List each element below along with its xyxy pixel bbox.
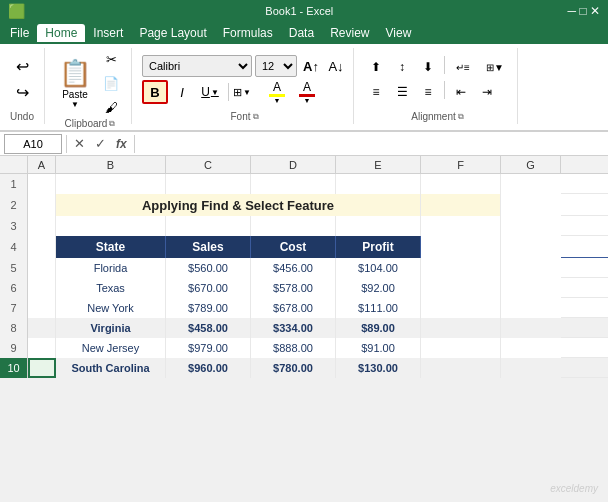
cell-a3[interactable] <box>28 216 56 236</box>
cell-c8[interactable]: $458.00 <box>166 318 251 338</box>
menu-item-file[interactable]: File <box>2 24 37 42</box>
cell-d3[interactable] <box>251 216 336 236</box>
font-shrink-button[interactable]: A↓ <box>325 55 347 77</box>
cancel-formula-icon[interactable]: ✕ <box>71 136 88 151</box>
italic-button[interactable]: I <box>170 80 194 104</box>
row-num-8[interactable]: 8 <box>0 318 28 338</box>
menu-item-formulas[interactable]: Formulas <box>215 24 281 42</box>
cell-a1[interactable] <box>28 174 56 194</box>
cut-button[interactable]: ✂ <box>97 48 125 70</box>
cell-a7[interactable] <box>28 298 56 318</box>
cell-g9[interactable] <box>501 338 561 358</box>
row-num-6[interactable]: 6 <box>0 278 28 298</box>
cell-e6[interactable]: $92.00 <box>336 278 421 298</box>
cell-a2[interactable] <box>28 194 56 216</box>
cell-d6[interactable]: $578.00 <box>251 278 336 298</box>
bold-button[interactable]: B <box>142 80 168 104</box>
insert-function-button[interactable]: fx <box>113 137 130 151</box>
decrease-indent-button[interactable]: ⇤ <box>449 81 473 103</box>
redo-button[interactable]: ↪ <box>6 81 38 105</box>
cell-b7[interactable]: New York <box>56 298 166 318</box>
cell-e9[interactable]: $91.00 <box>336 338 421 358</box>
row-num-7[interactable]: 7 <box>0 298 28 318</box>
cell-d7[interactable]: $678.00 <box>251 298 336 318</box>
cell-a5[interactable] <box>28 258 56 278</box>
underline-button[interactable]: U▼ <box>196 80 224 104</box>
row-num-2[interactable]: 2 <box>0 194 28 216</box>
align-right-button[interactable]: ≡ <box>416 81 440 103</box>
cell-f6[interactable] <box>421 278 501 298</box>
cell-a4[interactable] <box>28 236 56 258</box>
cell-c3[interactable] <box>166 216 251 236</box>
borders-button[interactable]: ⊞▼ <box>233 80 261 104</box>
alignment-expand-icon[interactable]: ⧉ <box>458 112 464 122</box>
cell-g6[interactable] <box>501 278 561 298</box>
cell-g7[interactable] <box>501 298 561 318</box>
align-bottom-button[interactable]: ⬇ <box>416 56 440 78</box>
cell-e1[interactable] <box>336 174 421 194</box>
cell-g4[interactable] <box>501 236 561 258</box>
undo-button[interactable]: ↩ <box>6 55 38 79</box>
cell-b3[interactable] <box>56 216 166 236</box>
align-left-button[interactable]: ≡ <box>364 81 388 103</box>
col-header-c[interactable]: C <box>166 156 251 174</box>
menu-item-data[interactable]: Data <box>281 24 322 42</box>
cell-g3[interactable] <box>501 216 561 236</box>
cell-b8[interactable]: Virginia <box>56 318 166 338</box>
row-num-3[interactable]: 3 <box>0 216 28 236</box>
cell-f7[interactable] <box>421 298 501 318</box>
cell-e10[interactable]: $130.00 <box>336 358 421 378</box>
cell-b2-title[interactable]: Applying Find & Select Feature <box>56 194 421 216</box>
font-color-button[interactable]: A ▼ <box>293 80 321 104</box>
paste-button[interactable]: 📋 Paste ▼ <box>55 54 95 113</box>
col-header-d[interactable]: D <box>251 156 336 174</box>
align-top-button[interactable]: ⬆ <box>364 56 388 78</box>
wrap-text-button[interactable]: ↵≡ <box>449 56 477 78</box>
cell-b9[interactable]: New Jersey <box>56 338 166 358</box>
cell-c9[interactable]: $979.00 <box>166 338 251 358</box>
cell-c10[interactable]: $960.00 <box>166 358 251 378</box>
row-num-10[interactable]: 10 <box>0 358 28 378</box>
cell-f1[interactable] <box>421 174 501 194</box>
cell-g8[interactable] <box>501 318 561 338</box>
col-header-e[interactable]: E <box>336 156 421 174</box>
merge-button[interactable]: ⊞▼ <box>479 56 511 78</box>
menu-item-review[interactable]: Review <box>322 24 377 42</box>
confirm-formula-icon[interactable]: ✓ <box>92 136 109 151</box>
align-center-button[interactable]: ☰ <box>390 81 414 103</box>
increase-indent-button[interactable]: ⇥ <box>475 81 499 103</box>
cell-a6[interactable] <box>28 278 56 298</box>
cell-e5[interactable]: $104.00 <box>336 258 421 278</box>
formula-input[interactable] <box>139 138 604 150</box>
cell-d1[interactable] <box>251 174 336 194</box>
font-expand-icon[interactable]: ⧉ <box>253 112 259 122</box>
col-header-b[interactable]: B <box>56 156 166 174</box>
fill-color-button[interactable]: A ▼ <box>263 80 291 104</box>
cell-b10[interactable]: South Carolina <box>56 358 166 378</box>
cell-g5[interactable] <box>501 258 561 278</box>
format-painter-button[interactable]: 🖌 <box>97 96 125 118</box>
menu-item-insert[interactable]: Insert <box>85 24 131 42</box>
cell-f5[interactable] <box>421 258 501 278</box>
clipboard-expand-icon[interactable]: ⧉ <box>109 119 115 129</box>
window-controls[interactable]: ─ □ ✕ <box>568 4 600 18</box>
cell-d5[interactable]: $456.00 <box>251 258 336 278</box>
cell-e8[interactable]: $89.00 <box>336 318 421 338</box>
cell-b4-header[interactable]: State <box>56 236 166 258</box>
cell-c7[interactable]: $789.00 <box>166 298 251 318</box>
col-header-f[interactable]: F <box>421 156 501 174</box>
cell-f8[interactable] <box>421 318 501 338</box>
cell-f4[interactable] <box>421 236 501 258</box>
align-middle-button[interactable]: ↕ <box>390 56 414 78</box>
menu-item-page-layout[interactable]: Page Layout <box>131 24 214 42</box>
cell-b5[interactable]: Florida <box>56 258 166 278</box>
cell-f10[interactable] <box>421 358 501 378</box>
row-num-1[interactable]: 1 <box>0 174 28 194</box>
cell-f2[interactable] <box>421 194 501 216</box>
cell-g10[interactable] <box>501 358 561 378</box>
cell-e4-header[interactable]: Profit <box>336 236 421 258</box>
row-num-4[interactable]: 4 <box>0 236 28 258</box>
row-num-9[interactable]: 9 <box>0 338 28 358</box>
cell-c4-header[interactable]: Sales <box>166 236 251 258</box>
cell-a8[interactable] <box>28 318 56 338</box>
